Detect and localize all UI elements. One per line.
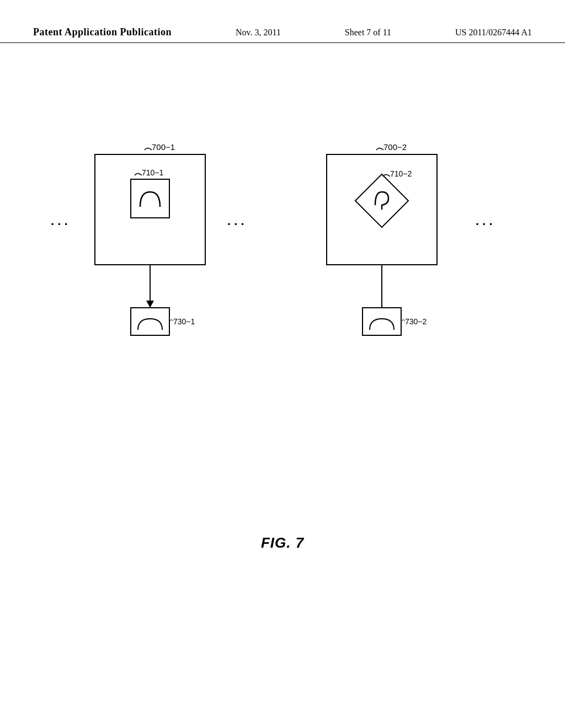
inner-box-710-1 [131,179,169,218]
figure-7-svg: . . . 700−1 710−1 730−1 . . . 700−2 [34,132,531,419]
arc-symbol-730-1 [138,319,162,330]
ellipsis-middle: . . . [227,214,244,228]
publication-date: Nov. 3, 2011 [236,28,281,38]
patent-number: US 2011/0267444 A1 [455,28,532,38]
label-730-1: 730−1 [173,317,195,326]
label-curve-2 [376,148,383,151]
publication-title: Patent Application Publication [33,26,172,38]
arrow-1 [146,301,154,308]
ellipsis-left-1: . . . [51,214,68,228]
bottom-box-730-2 [363,308,401,335]
label-710-1: 710−1 [142,168,164,177]
arc-symbol-710-2 [375,192,388,210]
inner-diamond-710-2 [355,174,408,227]
page-header: Patent Application Publication Nov. 3, 2… [0,26,565,43]
arc-symbol-730-2 [370,319,394,330]
label-curve-710-1 [135,174,142,176]
label-curve-1 [145,148,152,151]
bottom-box-730-1 [131,308,169,335]
sheet-number: Sheet 7 of 11 [345,28,391,38]
ellipsis-right: . . . [476,214,493,228]
figure-caption: FIG. 7 [261,534,304,552]
arc-symbol-710-1 [140,192,160,207]
diagram-container: . . . 700−1 710−1 730−1 . . . 700−2 [0,132,565,419]
label-700-1: 700−1 [152,142,175,152]
label-710-2: 710−2 [390,169,412,178]
label-730-2: 730−2 [405,317,427,326]
label-700-2: 700−2 [383,142,407,152]
